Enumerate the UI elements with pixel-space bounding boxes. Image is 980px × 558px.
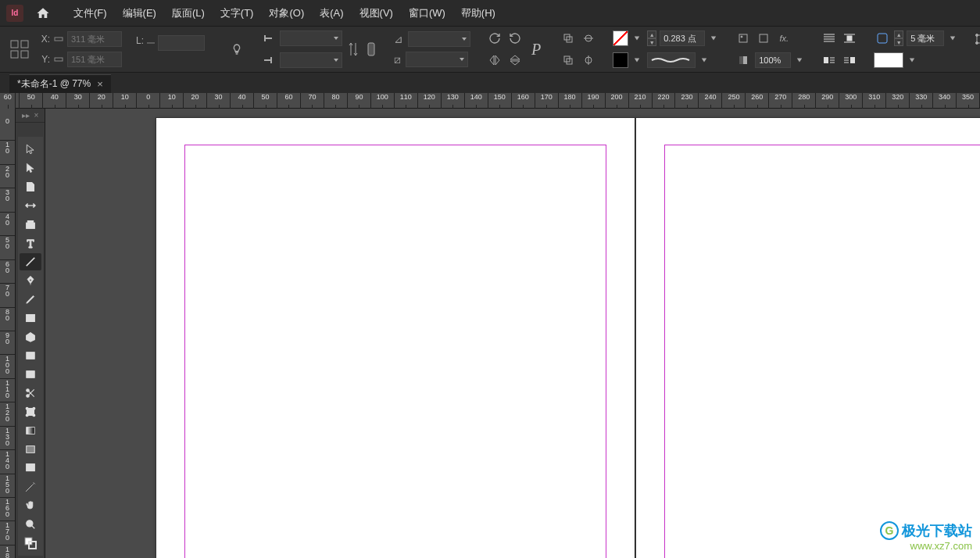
arrange-2-icon[interactable] [580, 30, 597, 47]
pen-tool-icon[interactable] [20, 272, 41, 289]
pencil-tool-icon[interactable] [20, 291, 41, 308]
corner-style-dd[interactable] [907, 52, 917, 69]
tab-close-icon[interactable]: × [97, 78, 103, 90]
menu-table[interactable]: 表(A) [312, 3, 351, 23]
y-field[interactable]: 151 毫米 [67, 52, 122, 67]
opacity-icon[interactable] [735, 52, 752, 69]
svg-point-21 [741, 36, 742, 38]
gap-tool-icon[interactable] [20, 197, 41, 214]
x-field[interactable]: 311 毫米 [67, 31, 122, 47]
opacity-dd[interactable] [794, 52, 805, 69]
scissors-tool-icon[interactable] [20, 385, 41, 402]
stroke-weight-dd[interactable] [708, 30, 719, 47]
rotate-ccw-icon[interactable] [506, 30, 524, 47]
menu-file[interactable]: 文件(F) [66, 3, 115, 23]
note-tool-icon[interactable] [20, 460, 41, 477]
page-margin [664, 145, 980, 558]
rectangle-tool-icon[interactable] [20, 328, 41, 345]
arrange-3-icon[interactable] [560, 52, 577, 69]
document-tab[interactable]: *未命名-1 @ 77% × [9, 74, 111, 93]
menu-bar: Id 文件(F) 编辑(E) 版面(L) 文字(T) 对象(O) 表(A) 视图… [0, 0, 980, 27]
container-icon[interactable] [735, 30, 752, 47]
content-collector-icon[interactable] [20, 216, 41, 233]
fx-icon[interactable]: fx. [775, 30, 792, 47]
stroke-swatch[interactable] [613, 52, 628, 68]
free-transform-icon[interactable] [20, 403, 41, 420]
zoom-tool-icon[interactable] [20, 516, 41, 533]
corner-style-swatch[interactable] [874, 52, 903, 68]
reference-point-grid[interactable] [8, 38, 31, 61]
wrap-1-icon[interactable] [821, 30, 838, 47]
transform-icon[interactable] [974, 30, 980, 48]
home-icon[interactable] [34, 5, 52, 22]
menu-layout[interactable]: 版面(L) [164, 3, 213, 23]
ruler-vertical[interactable]: 0102030405060708090100110120130140150160… [0, 109, 16, 558]
menu-object[interactable]: 对象(O) [261, 3, 312, 23]
panel-collapse-icon[interactable]: ▸▸× [16, 109, 45, 123]
canvas[interactable] [45, 109, 980, 558]
swap-caps-icon[interactable] [347, 32, 359, 66]
ruler-horizontal[interactable]: 6050403020100102030405060708090100110120… [0, 93, 980, 109]
shear-dd[interactable] [406, 52, 468, 67]
cap-start-dd[interactable] [280, 30, 342, 46]
menu-edit[interactable]: 编辑(E) [115, 3, 164, 23]
ruler-tick: 60 [277, 93, 301, 109]
horizontal-grid-icon[interactable] [20, 347, 41, 364]
eyedropper-tool-icon[interactable] [20, 478, 41, 495]
rectangle-frame-tool-icon[interactable] [20, 309, 41, 327]
svg-rect-4 [55, 38, 63, 41]
ruler-tick: 70 [301, 93, 324, 109]
ruler-tick: 330 [910, 93, 933, 109]
fit-icon[interactable] [755, 30, 772, 47]
constrain-icon[interactable] [364, 41, 378, 58]
svg-rect-40 [878, 34, 887, 43]
menu-type[interactable]: 文字(T) [213, 3, 262, 23]
fill-stroke-toggle-icon[interactable] [20, 535, 41, 552]
stroke-dd[interactable] [631, 52, 642, 69]
stroke-weight-spinner[interactable]: ▲▼ [647, 30, 656, 46]
stroke-style[interactable] [647, 52, 696, 68]
menu-help[interactable]: 帮助(H) [453, 3, 503, 23]
gradient-feather-icon[interactable] [20, 441, 41, 458]
opacity-field[interactable]: 100% [755, 52, 791, 68]
corner-icon[interactable] [874, 30, 891, 47]
hand-tool-icon[interactable] [20, 497, 41, 514]
direct-selection-tool-icon[interactable] [20, 159, 41, 177]
fill-dd[interactable] [631, 30, 642, 47]
ruler-tick: 290 [816, 93, 839, 109]
corner-dd[interactable] [947, 30, 958, 47]
cap-end-icon[interactable] [259, 52, 277, 69]
menu-view[interactable]: 视图(V) [352, 3, 401, 23]
flip-h-icon[interactable] [486, 52, 503, 69]
menu-window[interactable]: 窗口(W) [401, 3, 453, 23]
stroke-style-dd[interactable] [699, 52, 710, 69]
flip-v-icon[interactable] [506, 52, 524, 69]
line-tool-icon[interactable] [20, 253, 41, 270]
arrange-1-icon[interactable] [560, 30, 577, 47]
vertical-grid-icon[interactable] [20, 366, 41, 383]
wrap-3-icon[interactable] [821, 52, 838, 69]
page-tool-icon[interactable] [20, 178, 41, 195]
l-field[interactable] [158, 35, 205, 51]
page-2[interactable] [635, 117, 980, 558]
rotate-dd[interactable] [408, 31, 470, 47]
stroke-weight-field[interactable]: 0.283 点 [660, 30, 705, 46]
corner-spinner[interactable]: ▲▼ [894, 30, 903, 46]
wrap-2-icon[interactable] [841, 30, 858, 47]
svg-point-66 [26, 414, 28, 417]
corner-field[interactable]: 5 毫米 [907, 30, 944, 46]
selection-tool-icon[interactable] [20, 141, 41, 158]
cap-end-dd[interactable] [280, 52, 342, 68]
rotate-cw-icon[interactable] [486, 30, 503, 47]
wrap-4-icon[interactable] [841, 52, 858, 69]
page-1[interactable] [156, 117, 635, 558]
fill-swatch[interactable] [613, 30, 628, 46]
arrange-4-icon[interactable] [580, 52, 597, 69]
svg-rect-47 [26, 223, 34, 228]
ruler-tick: 10 [160, 93, 184, 109]
ruler-tick: 240 [699, 93, 722, 109]
type-tool-icon[interactable] [20, 234, 41, 252]
gradient-swatch-icon[interactable] [20, 422, 41, 439]
lightbulb-icon[interactable] [230, 41, 244, 58]
cap-start-icon[interactable] [259, 30, 277, 47]
